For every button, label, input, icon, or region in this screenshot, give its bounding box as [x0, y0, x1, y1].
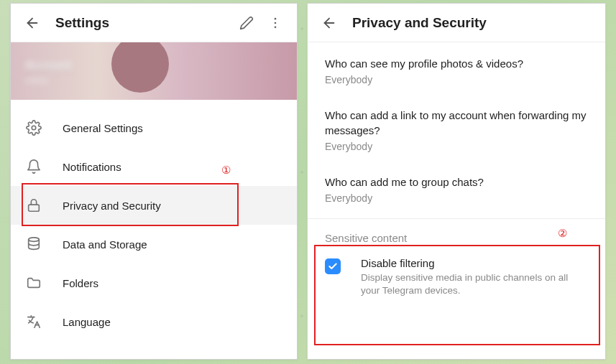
privacy-item-photos[interactable]: Who can see my profile photos & videos? …	[325, 45, 588, 97]
profile-banner[interactable]: Account online	[11, 42, 297, 100]
database-icon	[25, 235, 42, 253]
privacy-value: Everybody	[325, 74, 588, 85]
svg-point-3	[275, 26, 277, 28]
disable-filtering-desc: Display sensitive media in public channe…	[361, 271, 588, 297]
menu-label: Folders	[63, 277, 98, 289]
more-vertical-icon	[268, 16, 282, 30]
svg-rect-5	[29, 205, 40, 211]
privacy-header: Privacy and Security	[308, 4, 605, 42]
menu-label: General Settings	[63, 122, 143, 134]
privacy-question: Who can add a link to my account when fo…	[325, 108, 588, 138]
language-icon	[25, 313, 42, 330]
privacy-value: Everybody	[325, 141, 588, 152]
menu-label: Privacy and Security	[63, 200, 161, 212]
back-button[interactable]	[315, 9, 344, 37]
disable-filtering-row[interactable]: Disable filtering Display sensitive medi…	[308, 253, 605, 310]
disable-filtering-checkbox[interactable]	[325, 258, 341, 274]
svg-point-2	[275, 22, 277, 24]
menu-item-notifications[interactable]: Notifications	[11, 147, 297, 186]
gear-icon	[25, 119, 42, 136]
privacy-panel: Privacy and Security Who can see my prof…	[307, 3, 606, 360]
settings-header: Settings	[11, 4, 297, 42]
folder-icon	[25, 274, 42, 291]
more-button[interactable]	[261, 9, 290, 37]
privacy-question: Who can see my profile photos & videos?	[325, 57, 588, 71]
settings-title: Settings	[55, 15, 232, 31]
pencil-icon	[239, 16, 254, 30]
edit-button[interactable]	[232, 9, 261, 37]
arrow-left-icon	[24, 15, 40, 31]
menu-item-data[interactable]: Data and Storage	[11, 225, 297, 263]
menu-item-privacy[interactable]: Privacy and Security	[11, 186, 297, 225]
privacy-value: Everybody	[325, 192, 588, 204]
back-button[interactable]	[18, 9, 47, 37]
menu-item-language[interactable]: Language	[11, 302, 297, 341]
settings-panel: Settings Account online General Settings…	[10, 3, 298, 360]
profile-name: Account	[25, 60, 71, 73]
profile-status: online	[25, 75, 48, 85]
privacy-item-forward-link[interactable]: Who can add a link to my account when fo…	[325, 97, 588, 164]
svg-point-4	[32, 126, 36, 130]
check-icon	[328, 261, 338, 271]
menu-label: Language	[63, 316, 111, 328]
privacy-item-groups[interactable]: Who can add me to group chats? Everybody	[325, 164, 588, 215]
menu-label: Data and Storage	[63, 238, 147, 251]
settings-menu: General Settings Notifications Privacy a…	[11, 100, 297, 350]
lock-icon	[25, 197, 42, 214]
privacy-title: Privacy and Security	[352, 15, 598, 31]
disable-filtering-title: Disable filtering	[361, 257, 588, 269]
menu-item-folders[interactable]: Folders	[11, 263, 297, 302]
bell-icon	[25, 158, 42, 175]
menu-item-general[interactable]: General Settings	[11, 108, 297, 147]
privacy-question: Who can add me to group chats?	[325, 175, 588, 190]
sensitive-header: Sensitive content	[308, 219, 605, 253]
svg-point-1	[275, 17, 277, 19]
menu-label: Notifications	[63, 161, 121, 173]
svg-point-6	[29, 238, 40, 242]
arrow-left-icon	[321, 15, 337, 31]
privacy-options: Who can see my profile photos & videos? …	[308, 42, 605, 219]
disable-filtering-text: Disable filtering Display sensitive medi…	[361, 257, 588, 297]
